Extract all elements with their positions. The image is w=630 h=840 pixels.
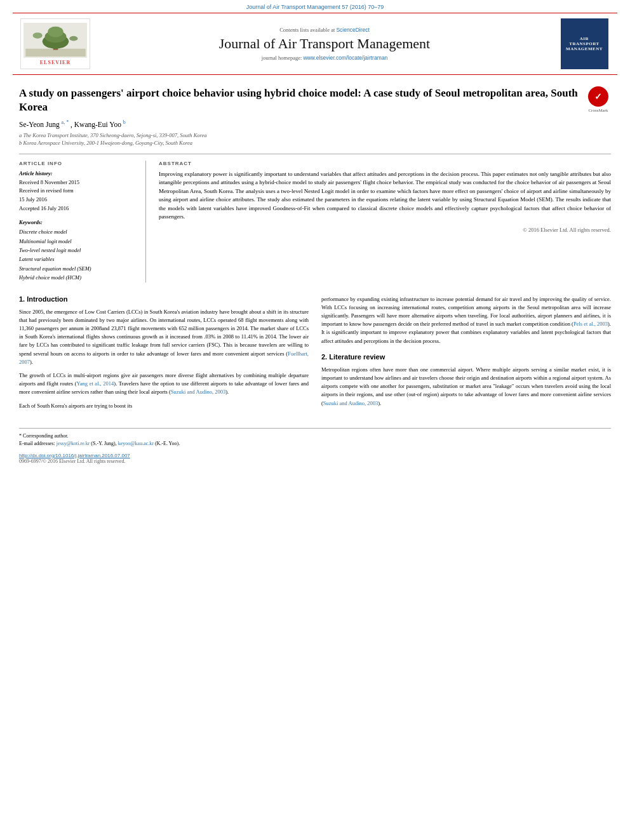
article-title-section: A study on passengers' airport choice be… [19, 86, 611, 114]
accepted-date: Accepted 16 July 2016 [19, 204, 136, 213]
author-yoo: Kwang-Eui Yoo [74, 121, 123, 128]
keyword-4: Latent variables [19, 255, 136, 263]
svg-point-6 [32, 32, 42, 38]
keywords-label: Keywords: [19, 219, 136, 225]
keyword-6: Hybrid choice model (HCM) [19, 273, 136, 282]
main-content: 1. Introduction Since 2005, the emergenc… [19, 295, 611, 415]
footnote-emails: E-mail addresses: jessy@koti.re.kr (S.-Y… [19, 440, 611, 448]
keyword-3: Two-level nested logit model [19, 246, 136, 255]
affiliations: a The Korea Transport Institute, 370 Sic… [19, 132, 611, 147]
homepage-line: journal homepage: www.elsevier.com/locat… [262, 55, 387, 61]
keyword-1: Discrete choice model [19, 227, 136, 236]
article-info-label: ARTICLE INFO [19, 161, 136, 166]
affil-sup-b: b [123, 119, 126, 125]
homepage-label: journal homepage: [262, 55, 302, 61]
doi-url[interactable]: http://dx.doi.org/10.1016/j.jairtraman.2… [19, 453, 130, 458]
authors-section: Se-Yeon Jung a, * , Kwang-Eui Yoo b a Th… [19, 119, 611, 147]
keywords-list: Discrete choice model Multinomial logit … [19, 227, 136, 283]
ref-suzuki-2[interactable]: Suzuki and Audino, 2003 [323, 400, 378, 406]
article-info-column: ARTICLE INFO Article history: Received 8… [19, 161, 146, 283]
tree-illustration [23, 23, 87, 58]
thumbnail-title: AIRTRANSPORTMANAGEMENT [566, 36, 603, 51]
intro-para-1: Since 2005, the emergence of Low Cost Ca… [19, 308, 309, 366]
tree-svg [25, 23, 86, 57]
affiliation-a: a The Korea Transport Institute, 370 Sic… [19, 132, 611, 140]
intro-number: 1. [19, 295, 25, 303]
history-label: Article history: [19, 170, 136, 177]
lit-review-number: 2. [321, 353, 327, 361]
science-direct-link[interactable]: ScienceDirect [336, 27, 369, 33]
header-section: ELSEVIER Contents lists available at Sci… [13, 13, 617, 75]
elsevier-logo-area: ELSEVIER [20, 18, 90, 69]
revised-label: Received in revised form [19, 187, 136, 196]
intro-heading-text: Introduction [27, 295, 67, 303]
abstract-column: ABSTRACT Improving explanatory power is … [159, 161, 611, 283]
lit-review-heading: 2. Literature review [321, 353, 611, 361]
affil-sup-a: a, * [62, 119, 69, 125]
ref-yang[interactable]: Yang et al., 2014 [77, 380, 114, 387]
footnote-corresponding: * Corresponding author. [19, 432, 611, 440]
affiliation-b: b Korea Aerospace University, 200-1 Hwaj… [19, 140, 611, 147]
article-title: A study on passengers' airport choice be… [19, 86, 579, 114]
email-jung[interactable]: jessy@koti.re.kr [57, 441, 90, 446]
crossmark-label: CrossMark [588, 108, 608, 113]
page-footer: http://dx.doi.org/10.1016/j.jairtraman.2… [19, 453, 611, 464]
svg-point-7 [69, 36, 77, 41]
keyword-2: Multinomial logit model [19, 237, 136, 246]
intro-continuation: performance by expanding existing infras… [321, 295, 611, 345]
top-journal-bar: Journal of Air Transport Management 57 (… [0, 0, 630, 13]
journal-reference: Journal of Air Transport Management 57 (… [246, 4, 384, 10]
page-wrapper: Journal of Air Transport Management 57 (… [0, 0, 630, 840]
journal-title: Journal of Air Transport Management [219, 36, 430, 52]
contents-available-text: Contents lists available at [279, 27, 335, 33]
article-title-text: A study on passengers' airport choice be… [19, 86, 579, 114]
email-yoo[interactable]: keyoo@kau.ac.kr [118, 441, 154, 446]
elsevier-label: ELSEVIER [40, 60, 70, 65]
crossmark-icon: ✓ [588, 86, 608, 107]
ref-pels[interactable]: Pels et al., 2003 [573, 321, 608, 327]
and-word: and [532, 329, 539, 335]
intro-para-2: The growth of LCCs in multi-airport regi… [19, 371, 309, 397]
abstract-label: ABSTRACT [159, 161, 611, 166]
footnotes-area: * Corresponding author. E-mail addresses… [19, 428, 611, 448]
author-jung: Se-Yeon Jung [19, 121, 62, 128]
journal-cover-thumbnail: AIRTRANSPORTMANAGEMENT [561, 18, 608, 69]
ref-fuellhart[interactable]: Fuellhart, 2007 [19, 350, 309, 365]
keyword-5: Structural equation model (SEM) [19, 264, 136, 273]
intro-para-3: Each of South Korea's airports are tryin… [19, 402, 309, 410]
abstract-text: Improving explanatory power is significa… [159, 170, 611, 222]
header-center: Contents lists available at ScienceDirec… [97, 18, 553, 69]
science-direct-line: Contents lists available at ScienceDirec… [279, 27, 370, 33]
main-right-column: performance by expanding existing infras… [321, 295, 611, 415]
article-dates: Received 8 November 2015 Received in rev… [19, 178, 136, 213]
svg-point-5 [48, 27, 64, 37]
main-left-column: 1. Introduction Since 2005, the emergenc… [19, 295, 309, 415]
authors-line: Se-Yeon Jung a, * , Kwang-Eui Yoo b [19, 119, 611, 128]
introduction-heading: 1. Introduction [19, 295, 309, 303]
doi-link: http://dx.doi.org/10.1016/j.jairtraman.2… [19, 453, 611, 458]
increasing-word: increasing [377, 304, 399, 310]
abstract-copyright: © 2016 Elsevier Ltd. All rights reserved… [159, 227, 611, 233]
homepage-url[interactable]: www.elsevier.com/locate/jairtraman [303, 55, 387, 61]
crossmark-badge: ✓ CrossMark [586, 86, 611, 113]
lit-review-heading-text: Literature review [329, 353, 385, 361]
lit-review-para-1: Metropolitan regions often have more tha… [321, 366, 611, 408]
revised-date: 15 July 2016 [19, 196, 136, 204]
section-divider-1 [19, 154, 611, 154]
ref-suzuki-1[interactable]: Suzuki and Audino, 2003 [171, 389, 225, 395]
issn-line: 0969-6997/© 2016 Elsevier Ltd. All right… [19, 458, 611, 464]
journal-thumbnail-area: AIRTRANSPORTMANAGEMENT [559, 18, 610, 69]
received-date: Received 8 November 2015 [19, 178, 136, 187]
article-info-abstract: ARTICLE INFO Article history: Received 8… [19, 161, 611, 283]
